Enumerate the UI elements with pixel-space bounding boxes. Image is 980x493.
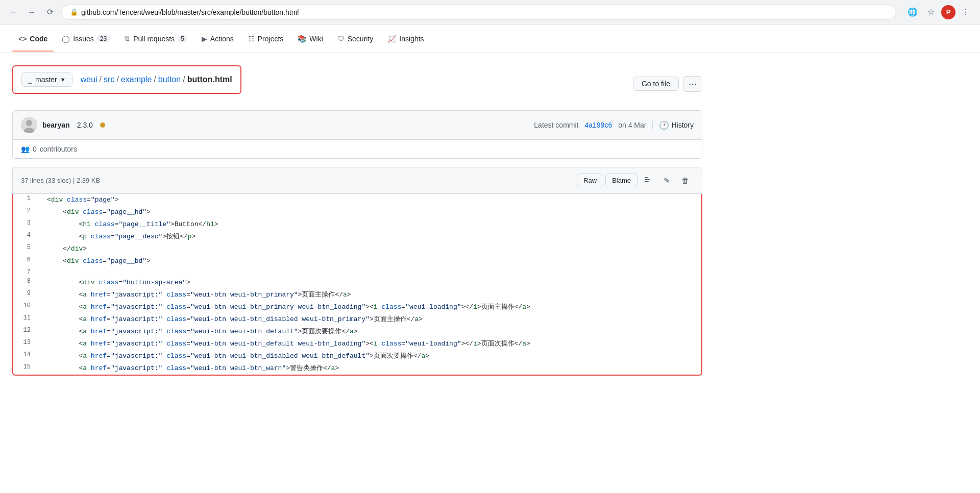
line-code: <a href="javascript:" class="weui-btn we… bbox=[39, 326, 701, 338]
line-code: <div class="button-sp-area"> bbox=[39, 277, 701, 289]
table-row: 8 <div class="button-sp-area"> bbox=[13, 277, 701, 289]
line-number: 6 bbox=[13, 255, 39, 267]
table-row: 4 <p class="page__desc">按钮</p> bbox=[13, 231, 701, 243]
file-separator: | bbox=[73, 177, 77, 184]
blame-button[interactable]: Blame bbox=[605, 174, 638, 187]
line-number: 10 bbox=[13, 301, 39, 313]
table-row: 12 <a href="javascript:" class="weui-btn… bbox=[13, 326, 701, 338]
table-row: 10 <a href="javascript:" class="weui-btn… bbox=[13, 301, 701, 313]
code-icon: <> bbox=[18, 35, 27, 43]
contributors-icon: 👥 bbox=[21, 145, 30, 153]
sep4: / bbox=[183, 75, 185, 84]
nav-projects[interactable]: ☷ Projects bbox=[242, 31, 290, 47]
breadcrumb-file: button.html bbox=[187, 75, 232, 84]
table-row: 11 <a href="javascript:" class="weui-btn… bbox=[13, 313, 701, 326]
line-code: <h1 class="page__title">Button</h1> bbox=[39, 218, 701, 231]
code-table: 1<div class="page">2 <div class="page__h… bbox=[13, 194, 701, 375]
profile-button[interactable]: P bbox=[941, 5, 955, 19]
back-button[interactable]: ← bbox=[6, 5, 20, 19]
wiki-icon: 📚 bbox=[298, 35, 306, 43]
nav-security[interactable]: 🛡 Security bbox=[331, 31, 380, 47]
contributors-bar: 👥 0 contributors bbox=[12, 140, 702, 159]
branch-label: master bbox=[35, 76, 57, 84]
delete-button[interactable]: 🗑 bbox=[677, 173, 694, 188]
menu-button[interactable]: ⋮ bbox=[958, 4, 974, 20]
file-header: 37 lines (33 sloc) | 2.39 KB Raw Blame ✎… bbox=[12, 167, 702, 194]
commit-date: on 4 Mar bbox=[618, 121, 646, 129]
translate-button[interactable]: 🌐 bbox=[904, 4, 921, 20]
security-icon: 🛡 bbox=[337, 35, 345, 43]
line-code: <a href="javascript:" class="weui-btn we… bbox=[39, 350, 701, 362]
projects-icon: ☷ bbox=[248, 35, 255, 43]
address-bar[interactable]: 🔒 github.com/Tencent/weui/blob/master/sr… bbox=[61, 5, 896, 20]
file-actions: Raw Blame ✎ 🗑 bbox=[577, 172, 694, 188]
raw-button[interactable]: Raw bbox=[577, 174, 603, 187]
nav-wiki[interactable]: 📚 Wiki bbox=[291, 31, 329, 47]
line-number: 14 bbox=[13, 350, 39, 362]
line-number: 7 bbox=[13, 267, 39, 277]
content-area: ⎯ master ▼ weui / src / example / button… bbox=[0, 53, 715, 388]
table-row: 6 <div class="page__bd"> bbox=[13, 255, 701, 267]
nav-security-label: Security bbox=[348, 35, 374, 43]
line-code: <a href="javascript:" class="weui-btn we… bbox=[39, 313, 701, 326]
breadcrumb-example[interactable]: example bbox=[121, 75, 152, 84]
github-page: <> Code ◯ Issues 23 ⇅ Pull requests 5 ▶ … bbox=[0, 24, 980, 493]
line-number: 12 bbox=[13, 326, 39, 338]
table-row: 15 <a href="javascript:" class="weui-btn… bbox=[13, 362, 701, 375]
code-area: 1<div class="page">2 <div class="page__h… bbox=[12, 194, 702, 376]
breadcrumb-inner: ⎯ master ▼ weui / src / example / button… bbox=[21, 72, 232, 87]
branch-selector[interactable]: ⎯ master ▼ bbox=[21, 72, 72, 87]
commit-hash[interactable]: 4a199c6 bbox=[584, 121, 612, 129]
svg-point-1 bbox=[26, 120, 32, 126]
edit-button[interactable]: ✎ bbox=[659, 173, 675, 188]
nav-pulls[interactable]: ⇅ Pull requests 5 bbox=[118, 31, 193, 47]
history-icon: 🕐 bbox=[659, 120, 669, 130]
browser-chrome: ← → ⟳ 🔒 github.com/Tencent/weui/blob/mas… bbox=[0, 0, 980, 24]
contributors-label: contributors bbox=[40, 145, 77, 153]
svg-rect-5 bbox=[645, 181, 649, 182]
line-code: <div class="page__bd"> bbox=[39, 255, 701, 267]
line-code: <a href="javascript:" class="weui-btn we… bbox=[39, 289, 701, 301]
table-row: 9 <a href="javascript:" class="weui-btn … bbox=[13, 289, 701, 301]
commit-left: bearyan 2.3.0 bbox=[21, 117, 105, 133]
nav-insights[interactable]: 📈 Insights bbox=[381, 31, 430, 47]
issues-icon: ◯ bbox=[62, 35, 70, 43]
breadcrumb-button[interactable]: button bbox=[158, 75, 181, 84]
breadcrumb-bar: ⎯ master ▼ weui / src / example / button… bbox=[12, 65, 241, 94]
commit-right: Latest commit 4a199c6 on 4 Mar 🕐 History bbox=[534, 120, 694, 130]
issues-badge: 23 bbox=[97, 35, 110, 42]
breadcrumb-src[interactable]: src bbox=[104, 75, 114, 84]
go-to-file-button[interactable]: Go to file bbox=[633, 77, 679, 91]
table-row: 2 <div class="page__hd"> bbox=[13, 206, 701, 218]
breadcrumb-actions: Go to file ⋯ bbox=[633, 76, 702, 92]
line-number: 9 bbox=[13, 289, 39, 301]
sep1: / bbox=[100, 75, 102, 84]
bookmark-button[interactable]: ☆ bbox=[923, 4, 939, 20]
branch-icon: ⎯ bbox=[28, 76, 32, 84]
more-options-button[interactable]: ⋯ bbox=[683, 76, 702, 92]
reload-button[interactable]: ⟳ bbox=[43, 5, 57, 19]
nav-issues[interactable]: ◯ Issues 23 bbox=[56, 31, 116, 47]
url-text: github.com/Tencent/weui/blob/master/src/… bbox=[81, 8, 299, 16]
table-row: 13 <a href="javascript:" class="weui-btn… bbox=[13, 338, 701, 350]
lock-icon: 🔒 bbox=[70, 8, 78, 16]
history-link[interactable]: 🕐 History bbox=[659, 120, 694, 130]
line-number: 13 bbox=[13, 338, 39, 350]
line-number: 4 bbox=[13, 231, 39, 243]
divider bbox=[652, 121, 653, 129]
nav-code-label: Code bbox=[30, 35, 47, 43]
nav-insights-label: Insights bbox=[399, 35, 424, 43]
nav-code[interactable]: <> Code bbox=[12, 31, 54, 47]
breadcrumb-weui[interactable]: weui bbox=[81, 75, 97, 84]
line-code bbox=[39, 267, 701, 277]
line-code: <a href="javascript:" class="weui-btn we… bbox=[39, 362, 701, 375]
forward-button[interactable]: → bbox=[24, 5, 39, 19]
file-size: 2.39 KB bbox=[77, 177, 100, 184]
display-toggle-button[interactable] bbox=[640, 172, 657, 188]
line-code: <div class="page__hd"> bbox=[39, 206, 701, 218]
nav-actions[interactable]: ▶ Actions bbox=[195, 31, 240, 47]
line-code: <a href="javascript:" class="weui-btn we… bbox=[39, 301, 701, 313]
table-row: 7 bbox=[13, 267, 701, 277]
nav-projects-label: Projects bbox=[258, 35, 284, 43]
repo-nav: <> Code ◯ Issues 23 ⇅ Pull requests 5 ▶ … bbox=[0, 24, 980, 53]
